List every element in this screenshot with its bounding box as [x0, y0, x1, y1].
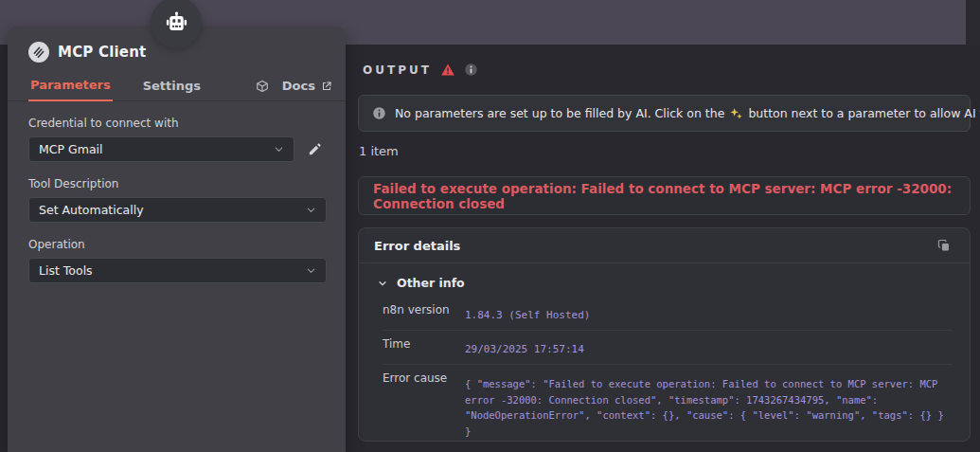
ai-parameters-banner: No parameters are set up to be filled by… — [358, 95, 971, 132]
ai-banner-text: No parameters are set up to be filled by… — [395, 106, 980, 120]
operation-label: Operation — [28, 238, 327, 251]
output-error-message: Failed to execute operation: Failed to c… — [373, 181, 955, 211]
docs-area: Docs — [256, 79, 332, 100]
row-value: 1.84.3 (Self Hosted) — [465, 297, 953, 330]
tool-description-select[interactable]: Set Automatically — [28, 197, 327, 223]
table-row: Error cause { "message": "Failed to exec… — [383, 365, 953, 442]
robot-icon — [164, 10, 189, 36]
credential-select[interactable]: MCP Gmail — [28, 136, 294, 162]
operation-select[interactable]: List Tools — [28, 258, 327, 283]
warning-triangle-icon — [440, 63, 455, 77]
node-title: MCP Client — [58, 44, 146, 61]
ai-banner-text-before: No parameters are set up to be filled by… — [395, 106, 724, 120]
tab-settings[interactable]: Settings — [141, 79, 203, 100]
error-details-title: Error details — [374, 239, 460, 253]
ai-banner-text-after: button next to a parameter to allow AI t… — [748, 106, 980, 120]
row-label: n8n version — [383, 297, 465, 330]
error-details-panel: Error details Other info n8n version 1.8… — [358, 227, 971, 442]
chevron-down-icon — [306, 265, 316, 276]
node-tabs: Parameters Settings Docs — [8, 75, 346, 101]
row-label: Time — [383, 331, 465, 364]
ndv-screen: MCP Client Parameters Settings Docs — [0, 0, 980, 452]
credential-label: Credential to connect with — [28, 117, 327, 130]
docs-link[interactable]: Docs — [282, 79, 332, 93]
other-info-section-header[interactable]: Other info — [359, 263, 970, 295]
node-settings-panel: MCP Client Parameters Settings Docs — [8, 27, 346, 452]
edit-credential-pencil-icon[interactable] — [302, 137, 327, 162]
package-icon[interactable] — [256, 80, 269, 93]
tool-description-select-value: Set Automatically — [39, 203, 144, 217]
credential-field-group: Credential to connect with MCP Gmail — [28, 117, 327, 162]
output-error-message-box: Failed to execute operation: Failed to c… — [358, 176, 971, 215]
output-info-icon[interactable] — [464, 63, 478, 77]
output-title: OUTPUT — [363, 63, 432, 77]
output-items-count: 1 item — [359, 144, 399, 158]
error-details-rows: n8n version 1.84.3 (Self Hosted) Time 29… — [359, 295, 970, 442]
mcp-node-icon — [28, 42, 49, 63]
tool-description-label: Tool Description — [28, 177, 327, 190]
table-row: Time 29/03/2025 17:57:14 — [383, 331, 953, 365]
info-circle-icon — [372, 106, 386, 120]
operation-field-group: Operation List Tools — [28, 238, 327, 283]
external-link-icon — [321, 81, 332, 92]
operation-select-value: List Tools — [39, 263, 93, 278]
canvas-topbar-edge — [966, 0, 980, 45]
row-value: 29/03/2025 17:57:14 — [465, 331, 953, 364]
other-info-section-label: Other info — [397, 276, 465, 290]
table-row: n8n version 1.84.3 (Self Hosted) — [383, 297, 953, 331]
chevron-down-icon — [306, 205, 316, 215]
docs-link-label: Docs — [282, 79, 315, 93]
row-value: { "message": "Failed to execute operatio… — [465, 365, 953, 442]
chevron-down-icon — [274, 144, 284, 154]
chevron-down-icon — [378, 279, 387, 288]
copy-icon[interactable] — [934, 235, 954, 256]
error-details-header: Error details — [359, 228, 970, 262]
tab-parameters[interactable]: Parameters — [28, 78, 113, 101]
node-parameters-body: Credential to connect with MCP Gmail — [8, 101, 346, 283]
output-header: OUTPUT — [363, 63, 478, 77]
tool-description-field-group: Tool Description Set Automatically — [28, 177, 327, 223]
credential-select-value: MCP Gmail — [39, 142, 103, 156]
row-label: Error cause — [383, 365, 465, 442]
sparkles-icon — [729, 106, 743, 120]
